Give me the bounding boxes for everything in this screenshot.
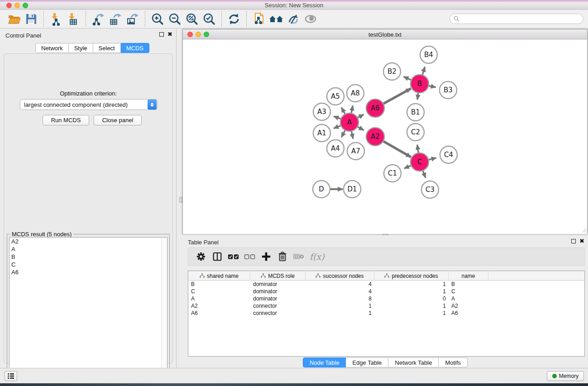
table-cell[interactable]: C: [449, 288, 488, 295]
open-file-icon[interactable]: [6, 11, 22, 27]
task-history-button[interactable]: [5, 371, 17, 381]
tab-select[interactable]: Select: [93, 43, 121, 53]
table-cell[interactable]: A: [188, 295, 250, 302]
export-image-icon[interactable]: [125, 11, 140, 27]
result-list-scrollbar[interactable]: [161, 238, 167, 385]
edge-A6-B[interactable]: [382, 89, 411, 105]
table-row[interactable]: A6connector11A6: [188, 310, 584, 317]
import-network-icon[interactable]: [48, 11, 64, 27]
column-header-predecessor-nodes[interactable]: predecessor nodes: [374, 271, 449, 281]
column-header-shared-name[interactable]: shared name: [188, 271, 250, 281]
table-cell[interactable]: 1: [374, 310, 449, 317]
float-table-panel-icon[interactable]: [571, 239, 576, 243]
table-cell[interactable]: 1: [306, 310, 374, 317]
zoom-fit-icon[interactable]: [184, 11, 200, 27]
node-B1[interactable]: B1: [407, 104, 424, 121]
zoom-in-icon[interactable]: [150, 11, 165, 27]
column-header-successor-nodes[interactable]: successor nodes: [306, 271, 374, 281]
node-A[interactable]: A: [340, 113, 359, 131]
table-cell[interactable]: 8: [306, 295, 374, 302]
column-header-MCDS-role[interactable]: MCDS role: [250, 271, 306, 281]
table-cell[interactable]: 4: [306, 281, 374, 288]
table-cell[interactable]: 1: [374, 288, 449, 295]
gear-icon[interactable]: [193, 249, 209, 264]
export-network-icon[interactable]: [91, 11, 106, 27]
select-all-icon[interactable]: [225, 249, 242, 264]
split-view-icon[interactable]: [209, 249, 225, 264]
node-A2[interactable]: A2: [366, 128, 384, 146]
save-session-icon[interactable]: [24, 11, 39, 27]
zoom-selected-icon[interactable]: [201, 11, 217, 27]
table-cell[interactable]: 1: [374, 281, 449, 288]
result-list-item[interactable]: B: [10, 253, 167, 261]
node-B[interactable]: B: [411, 75, 429, 93]
table-cell[interactable]: dominator: [250, 281, 306, 288]
zoom-out-icon[interactable]: [167, 11, 182, 27]
result-list-item[interactable]: A2: [10, 238, 167, 245]
table-cell[interactable]: dominator: [250, 295, 306, 302]
table-cell[interactable]: A: [449, 295, 488, 302]
result-list-item[interactable]: C: [10, 261, 167, 268]
node-C4[interactable]: C4: [440, 146, 457, 163]
memory-button[interactable]: Memory: [547, 371, 584, 381]
table-row[interactable]: A2connector11A2: [188, 302, 584, 310]
table-cell[interactable]: 4: [306, 288, 374, 295]
table-cell[interactable]: B: [188, 281, 250, 288]
result-list-item[interactable]: A: [10, 245, 167, 253]
node-A1[interactable]: A1: [313, 124, 330, 142]
table-cell[interactable]: A2: [188, 302, 250, 310]
window-resize-grip[interactable]: [581, 228, 587, 233]
result-list-item[interactable]: A6: [10, 268, 167, 276]
network-window-titlebar[interactable]: testGlobe.txt: [183, 29, 587, 39]
node-C2[interactable]: C2: [407, 124, 424, 141]
tab-node-table[interactable]: Node Table: [303, 357, 346, 367]
node-A7[interactable]: A7: [347, 143, 364, 160]
table-row[interactable]: Cdominator41C: [188, 288, 584, 295]
tab-network-table[interactable]: Network Table: [388, 357, 439, 367]
table-cell[interactable]: B: [449, 281, 488, 288]
home-icon[interactable]: [268, 11, 284, 27]
vertical-splitter-grip[interactable]: [179, 197, 182, 203]
float-panel-icon[interactable]: [159, 32, 164, 37]
network-canvas[interactable]: B4B2BB3A8A5A6A3B1AC2A1A2A4A7C4CC1DD1C3: [183, 39, 587, 234]
export-table-icon[interactable]: [108, 11, 123, 27]
run-mcds-button[interactable]: Run MCDS: [43, 115, 89, 125]
node-C3[interactable]: C3: [421, 181, 439, 198]
node-A6[interactable]: A6: [366, 99, 384, 117]
table-cell[interactable]: dominator: [250, 288, 306, 295]
node-B3[interactable]: B3: [440, 81, 457, 99]
node-C1[interactable]: C1: [384, 165, 401, 182]
node-A5[interactable]: A5: [327, 88, 344, 105]
node-A3[interactable]: A3: [313, 103, 330, 120]
table-cell[interactable]: A6: [449, 310, 488, 317]
node-B2[interactable]: B2: [383, 63, 401, 80]
close-panel-icon[interactable]: ✖: [167, 32, 172, 37]
new-network-icon[interactable]: [251, 11, 267, 27]
table-cell[interactable]: A6: [188, 310, 250, 317]
table-cell[interactable]: connector: [250, 302, 306, 310]
table-row[interactable]: Bdominator41B: [188, 281, 584, 288]
tab-motifs[interactable]: Motifs: [439, 357, 468, 367]
import-table-icon[interactable]: [66, 11, 81, 27]
optimization-criterion-select[interactable]: largest connected component (directed): [20, 99, 158, 110]
node-D1[interactable]: D1: [344, 181, 361, 198]
delete-column-icon[interactable]: [274, 249, 291, 264]
table-row[interactable]: Adominator80A: [188, 295, 584, 302]
node-A4[interactable]: A4: [327, 140, 344, 157]
search-input[interactable]: [459, 15, 583, 23]
column-header-name[interactable]: name: [449, 271, 488, 281]
close-panel-button[interactable]: Close panel: [94, 115, 142, 125]
search-field[interactable]: [449, 14, 583, 24]
tab-edge-table[interactable]: Edge Table: [346, 357, 388, 367]
table-cell[interactable]: 0: [374, 295, 449, 302]
table-cell[interactable]: 1: [306, 302, 374, 310]
table-cell[interactable]: 1: [374, 302, 449, 310]
refresh-icon[interactable]: [226, 11, 242, 27]
deselect-all-icon[interactable]: [242, 249, 258, 264]
table-cell[interactable]: A2: [449, 302, 488, 310]
edge-A2-C[interactable]: [382, 141, 411, 157]
node-D[interactable]: D: [313, 181, 330, 198]
show-graphics-icon[interactable]: [303, 11, 318, 27]
node-A8[interactable]: A8: [347, 85, 364, 102]
hide-graphics-icon[interactable]: [286, 11, 301, 27]
